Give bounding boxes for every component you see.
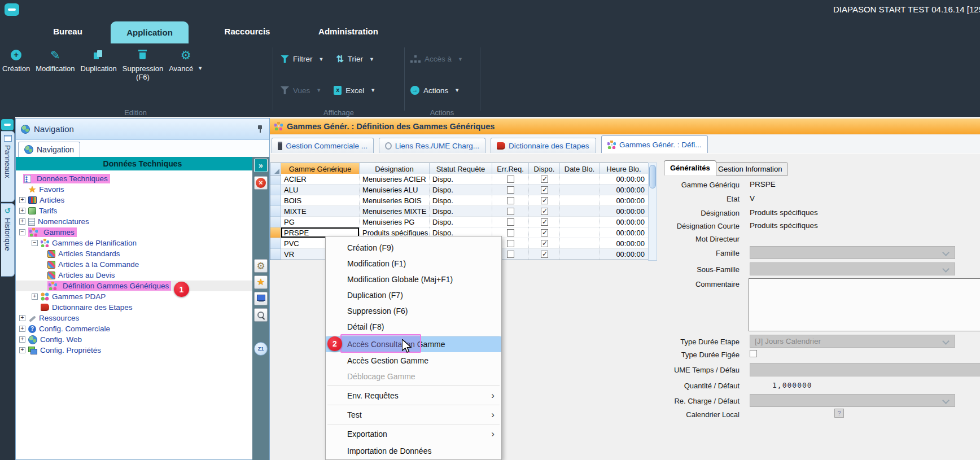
tree-item-articles-standards[interactable]: Articles Standards [16,248,252,259]
cell-dispo[interactable] [529,249,560,260]
tree-item-ressources[interactable]: + Ressources [16,313,252,323]
cell-designation[interactable]: Menuiseries PG [360,217,430,227]
cell-dispo[interactable] [529,238,560,249]
cell-date-blo[interactable] [560,174,600,185]
tab-gestion-commerciale[interactable]: Gestion Commerciale ... [272,138,374,153]
menu-item-duplication[interactable]: Duplication (F7) [326,287,501,303]
checkbox-checked[interactable] [541,197,548,204]
tab-gammes-generiques[interactable]: Gammes Génér. : Défi... [601,135,708,153]
tab-generalites[interactable]: Généralités [664,160,716,176]
cell-err-req[interactable] [492,195,529,206]
scrollbar-thumb[interactable] [649,165,656,189]
type-duree-figee-checkbox[interactable] [750,350,757,357]
sous-famille-select[interactable] [750,262,955,275]
tab-gestion-information[interactable]: Gestion Information [712,162,788,176]
cell-date-blo[interactable] [560,249,600,260]
checkbox-checked[interactable] [541,240,548,247]
checkbox-unchecked[interactable] [507,240,514,247]
tab-dictionnaire-etapes[interactable]: Dictionnaire des Etapes [491,138,596,153]
cell-dispo[interactable] [529,206,560,217]
re-charge-select[interactable] [750,394,955,407]
tree-item-donnees-techniques[interactable]: Données Techniques [16,173,252,184]
cell-heure-blo[interactable]: 00:00:00 [600,185,649,195]
tab-liens-res-ume[interactable]: Liens Res./UME Charg... [379,138,485,153]
cell-date-blo[interactable] [560,217,600,227]
acces-a-button[interactable]: Accès à ▼ [410,55,463,63]
avance-button[interactable]: ⚙ Avancé ▼ [169,47,203,73]
commentaire-textarea[interactable] [749,278,980,331]
menu-item-acces-gestion-gamme[interactable]: Accès Gestion Gamme [326,353,501,369]
cell-err-req[interactable] [492,185,529,195]
cell-heure-blo[interactable]: 00:00:00 [600,174,649,185]
close-button[interactable]: × [254,176,268,190]
tree-item-articles-commande[interactable]: Articles à la Commande [16,259,252,270]
row-selector[interactable] [270,217,281,227]
ribbon-tab-application[interactable]: Application [111,21,189,43]
cell-err-req[interactable] [492,206,529,217]
row-selector[interactable] [270,238,281,249]
cell-heure-blo[interactable]: 00:00:00 [600,227,649,238]
favorites-button[interactable]: ★ [254,275,268,289]
cell-gamme[interactable]: ACIER [281,174,360,185]
checkbox-checked[interactable] [541,229,548,236]
checkbox-unchecked[interactable] [507,218,514,226]
tree-item-definition-gammes-generiques[interactable]: Définition Gammes Génériques [16,281,252,291]
cell-designation[interactable]: Menuiseries BOIS [360,195,430,206]
collapse-icon[interactable]: − [19,229,25,235]
checkbox-unchecked[interactable] [507,186,514,194]
menu-item-test[interactable]: Test › [326,407,501,423]
cell-gamme[interactable]: BOIS [281,195,360,206]
ribbon-tab-raccourcis[interactable]: Raccourcis [213,19,281,43]
checkbox-checked[interactable] [541,176,548,183]
search-button[interactable] [254,308,268,322]
famille-select[interactable] [750,246,955,259]
tree-item-articles-devis[interactable]: Articles au Devis [16,270,252,281]
cell-statut[interactable]: Dispo. [430,195,492,206]
cell-dispo[interactable] [529,185,560,195]
cell-date-blo[interactable] [560,206,600,217]
expand-icon[interactable]: + [19,336,25,343]
collapse-icon[interactable]: − [32,240,38,246]
tree-item-config-web[interactable]: + Config. Web [16,334,252,345]
cell-gamme[interactable]: PG [281,217,360,227]
expand-icon[interactable]: + [19,208,25,214]
cell-statut[interactable]: Dispo. [430,174,492,185]
cell-date-blo[interactable] [560,238,600,249]
checkbox-unchecked[interactable] [507,229,514,236]
expand-chevrons-button[interactable]: » [254,159,268,172]
cell-date-blo[interactable] [560,227,600,238]
pin-icon[interactable] [257,125,264,133]
zoom-z1-button[interactable]: Z1 [254,342,268,356]
creation-button[interactable]: Création [2,47,30,73]
trier-button[interactable]: ⇅ Trier ▼ [336,55,374,63]
expand-icon[interactable]: + [19,326,25,332]
menu-item-modification[interactable]: Modification (F1) [326,256,501,271]
filtrer-button[interactable]: Filtrer ▼ [281,55,323,63]
row-selector-selected[interactable] [270,227,281,238]
tree-item-articles[interactable]: + Articles [16,195,252,205]
menu-item-detail[interactable]: Détail (F8) [326,319,501,335]
expand-icon[interactable]: + [19,197,25,203]
row-selector[interactable] [270,185,281,195]
duplication-button[interactable]: Duplication [81,47,117,73]
cell-err-req[interactable] [492,217,529,227]
expand-icon[interactable]: + [19,315,25,321]
cell-dispo[interactable] [529,227,560,238]
tree-item-config-commerciale[interactable]: + Config. Commerciale [16,323,252,334]
checkbox-unchecked[interactable] [507,176,514,183]
expand-icon[interactable]: + [19,218,25,225]
tree-item-favoris[interactable]: ★ Favoris [16,184,252,195]
actions-button[interactable]: Actions ▼ [410,86,460,95]
cell-statut[interactable]: Dispo. [430,217,492,227]
tree-item-dictionnaire-etapes[interactable]: Dictionnaire des Etapes [16,302,252,313]
tree-item-gammes-planification[interactable]: − Gammes de Planification [16,238,252,248]
cell-designation[interactable]: Menuiseries MIXTE [360,206,430,217]
collapse-panel-button[interactable] [1,119,14,130]
table-scrollbar[interactable] [648,163,657,261]
settings-tree-button[interactable]: ⚙ [254,259,268,273]
menu-item-env-requetes[interactable]: Env. Requêtes › [326,388,501,404]
app-logo-icon[interactable] [5,3,19,16]
menu-item-creation[interactable]: Création (F9) [326,240,501,256]
checkbox-unchecked[interactable] [507,197,514,204]
tab-navigation[interactable]: Navigation [18,142,80,157]
